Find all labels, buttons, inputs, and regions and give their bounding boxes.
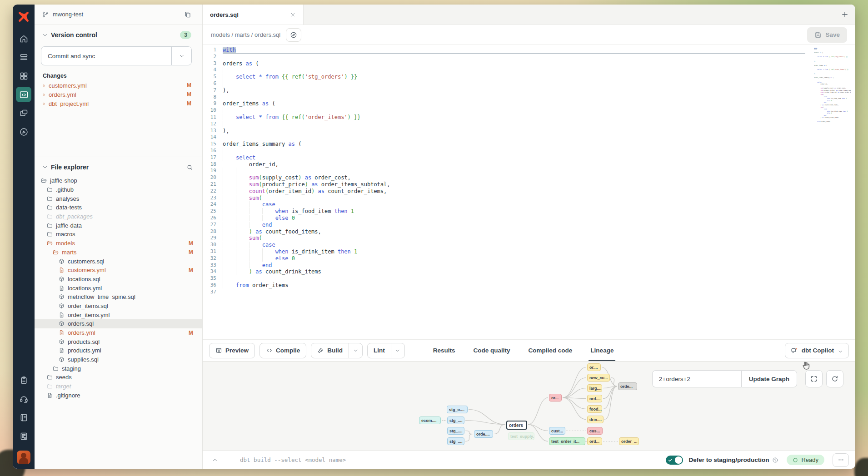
nav-docs[interactable] xyxy=(16,410,31,425)
code-editor[interactable]: 1with23orders as (4 5 select * from {{ r… xyxy=(203,45,855,339)
new-tab-button[interactable] xyxy=(834,5,855,25)
save-button[interactable]: Save xyxy=(807,27,847,43)
lineage-node-stg[interactable]: stg_.... xyxy=(447,437,464,445)
defer-toggle[interactable] xyxy=(666,456,683,465)
refresh-graph-button[interactable] xyxy=(826,370,843,387)
changed-file-orders-yml[interactable]: orders.ymlM xyxy=(35,90,202,99)
tree-item-label: order_items.sql xyxy=(68,302,108,309)
tree-item-analyses[interactable]: analyses xyxy=(35,194,202,203)
dbt-copilot-button[interactable]: dbt Copilot xyxy=(785,343,849,358)
lineage-node-drin[interactable]: drin.... xyxy=(587,416,604,423)
tree-item-order-items-sql[interactable]: order_items.sql xyxy=(35,302,202,311)
lineage-node-or[interactable]: or.... xyxy=(587,363,601,371)
file-explorer-header[interactable]: File explorer xyxy=(35,157,202,174)
tree-item-customers-yml[interactable]: customers.ymlM xyxy=(35,266,202,275)
tree-item-models[interactable]: modelsM xyxy=(35,239,202,248)
editor-minimap[interactable]: withorders as ( select * from {{ ref('st… xyxy=(811,48,851,330)
collapse-panel-button[interactable] xyxy=(203,451,227,469)
open-lineage-focus-button[interactable] xyxy=(286,28,301,42)
tree-item-metricflow-time-spine-sql[interactable]: metricflow_time_spine.sql xyxy=(35,293,202,302)
lineage-node-larg[interactable]: larg.... xyxy=(587,384,602,392)
nav-orchestrate[interactable] xyxy=(16,124,31,139)
nav-tasks[interactable] xyxy=(16,372,31,388)
changed-file-dbt-project-yml[interactable]: dbt_project.ymlM xyxy=(35,99,202,108)
build-button[interactable]: Build xyxy=(311,343,363,358)
tree-item-gitignore[interactable]: .gitignore xyxy=(35,391,202,400)
nav-dashboard[interactable] xyxy=(16,68,31,84)
nav-home[interactable] xyxy=(16,31,31,46)
panel-tab-compiled-code[interactable]: Compiled code xyxy=(529,340,573,361)
lineage-node-order[interactable]: order_... xyxy=(619,437,639,445)
lineage-node-stg-o[interactable]: stg_o.... xyxy=(447,406,468,413)
tree-item-dbt-packages[interactable]: dbt_packages xyxy=(35,212,202,221)
nav-environments[interactable] xyxy=(16,50,31,65)
tree-item-seeds[interactable]: seeds xyxy=(35,373,202,382)
nav-develop[interactable] xyxy=(16,87,31,102)
panel-tab-lineage[interactable]: Lineage xyxy=(590,340,614,361)
lineage-node-test-supply[interactable]: test_supply... xyxy=(508,432,534,440)
tree-item-github[interactable]: .github xyxy=(35,185,202,194)
lineage-node-food[interactable]: food.... xyxy=(587,405,602,413)
update-graph-button[interactable]: Update Graph xyxy=(741,370,797,387)
lineage-node-orde[interactable]: orde... xyxy=(618,382,637,390)
tree-item-marts[interactable]: martsM xyxy=(35,248,202,257)
tree-item-order-items-yml[interactable]: order_items.yml xyxy=(35,310,202,319)
tree-item-customers-sql[interactable]: customers.sql xyxy=(35,257,202,266)
preview-button[interactable]: Preview xyxy=(209,343,255,358)
indent-guide xyxy=(249,208,262,214)
tab-orders-sql[interactable]: orders.sql xyxy=(203,5,304,25)
changed-file-customers-yml[interactable]: customers.ymlM xyxy=(35,81,202,90)
copy-icon[interactable] xyxy=(184,11,195,18)
tree-item-target[interactable]: target xyxy=(35,382,202,391)
lineage-node-ord[interactable]: ord.... xyxy=(587,395,602,402)
tree-item-locations-yml[interactable]: locations.yml xyxy=(35,283,202,293)
tree-item-orders-yml[interactable]: orders.ymlM xyxy=(35,328,202,337)
nav-support[interactable] xyxy=(16,391,31,407)
panel-tab-results[interactable]: Results xyxy=(433,340,455,361)
lineage-node-new-cu[interactable]: new_cu... xyxy=(587,374,610,382)
tree-item-products-sql[interactable]: products.sql xyxy=(35,337,202,346)
command-input[interactable]: dbt build --select <model_name> xyxy=(240,456,666,463)
lineage-node-or[interactable]: or... xyxy=(549,394,562,402)
lineage-node-cust[interactable]: cust... xyxy=(549,427,565,435)
tree-item-locations-sql[interactable]: locations.sql xyxy=(35,275,202,284)
panel-tab-code-quality[interactable]: Code quality xyxy=(474,340,510,361)
build-options-dropdown[interactable] xyxy=(349,343,362,358)
lineage-canvas[interactable]: ecom....stg_o....stg_....stg_....stg_...… xyxy=(203,361,855,451)
lineage-node-orde[interactable]: orde.... xyxy=(474,430,493,438)
tree-item-supplies-sql[interactable]: supplies.sql xyxy=(35,355,202,364)
line-source: with xyxy=(223,47,805,54)
compile-button[interactable]: Compile xyxy=(259,343,306,358)
more-options-button[interactable] xyxy=(833,453,849,467)
lineage-node-stg[interactable]: stg_.... xyxy=(447,416,464,424)
commit-options-dropdown[interactable] xyxy=(171,47,191,65)
nav-logo[interactable] xyxy=(16,9,31,25)
commit-and-sync-button[interactable]: Commit and sync xyxy=(41,46,192,65)
close-icon[interactable] xyxy=(290,12,296,18)
fullscreen-button[interactable] xyxy=(805,370,823,387)
lineage-selector-input[interactable]: 2+orders+2 xyxy=(652,370,741,387)
lineage-node-cus[interactable]: cus... xyxy=(587,427,603,435)
tree-item-orders-sql[interactable]: orders.sql xyxy=(35,319,202,328)
tree-item-data-tests[interactable]: data-tests xyxy=(35,203,202,212)
tree-item-jaffle-shop[interactable]: jaffle-shop xyxy=(35,176,202,185)
lineage-node-ord[interactable]: ord... xyxy=(587,437,602,445)
lint-button[interactable]: Lint xyxy=(367,343,405,358)
tree-item-label: jaffle-data xyxy=(56,222,82,229)
tree-item-products-yml[interactable]: products.yml xyxy=(35,346,202,355)
lineage-node-ecom[interactable]: ecom.... xyxy=(419,416,441,424)
nav-deploy[interactable] xyxy=(16,105,31,121)
lineage-node-test-order-it[interactable]: test_order_it... xyxy=(549,437,585,445)
lint-options-dropdown[interactable] xyxy=(391,343,404,358)
help-icon[interactable] xyxy=(772,457,778,463)
nav-catalog[interactable] xyxy=(16,428,31,444)
version-control-header[interactable]: Version control 3 xyxy=(35,25,202,43)
line-number: 36 xyxy=(203,282,223,289)
lineage-node-stg[interactable]: stg_.... xyxy=(447,427,464,435)
tree-item-staging[interactable]: staging xyxy=(35,364,202,373)
tree-item-macros[interactable]: macros xyxy=(35,230,202,239)
user-avatar[interactable] xyxy=(17,451,30,464)
lineage-node-orders[interactable]: orders xyxy=(506,421,527,430)
tree-item-jaffle-data[interactable]: jaffle-data xyxy=(35,221,202,230)
search-icon[interactable] xyxy=(186,164,193,171)
